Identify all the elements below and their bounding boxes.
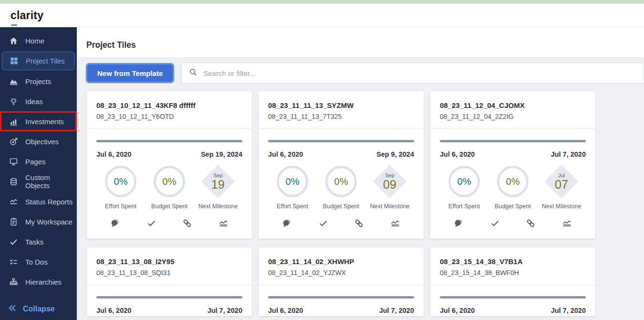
bar-chart-icon: [8, 116, 19, 127]
progress-bar: [96, 140, 242, 142]
status-report-icon[interactable]: [390, 218, 401, 231]
project-id: 08_23_11_14_02_YJZWX: [268, 269, 414, 277]
app-header: clarity: [0, 4, 644, 27]
sidebar-item-custom-objects[interactable]: Custom Objects: [0, 171, 77, 192]
project-card[interactable]: 08_23_11_12_04_CJOMX 08_23_11_12_04_2Z2I…: [430, 91, 595, 239]
sidebar-item-projects[interactable]: Projects: [0, 71, 77, 91]
monitor-icon: [8, 156, 19, 167]
end-date: Jul 7, 2020: [551, 150, 586, 158]
sidebar-item-tasks[interactable]: Tasks: [0, 232, 77, 252]
sidebar-item-label: Investments: [25, 117, 64, 126]
sidebar-item-objectives[interactable]: Objectives: [0, 131, 77, 151]
start-date: Jul 6, 2020: [96, 150, 131, 158]
milestone-diamond: Sep 09: [374, 166, 405, 197]
end-date: Jul 7, 2020: [551, 307, 586, 314]
sidebar-item-status-reports[interactable]: Status Reports: [0, 192, 77, 212]
end-date: Sep 9, 2024: [376, 150, 414, 158]
grid-icon: [9, 56, 19, 66]
checklist-icon: [8, 256, 19, 267]
sidebar-item-investments[interactable]: Investments: [0, 111, 77, 131]
project-card[interactable]: 08_23_11_11_13_SYZMW 08_23_11_11_13_7T32…: [259, 91, 424, 239]
conversations-icon[interactable]: [110, 218, 121, 231]
project-id: 08_23_11_11_13_7T325: [268, 113, 414, 120]
sidebar-item-to-dos[interactable]: To Dos: [0, 252, 77, 272]
sidebar-item-home[interactable]: Home: [0, 31, 77, 51]
sidebar-item-pages[interactable]: Pages: [0, 151, 77, 171]
sidebar-item-label: Custom Objects: [25, 173, 73, 190]
status-report-icon[interactable]: [561, 218, 572, 231]
sidebar-item-label: Home: [25, 37, 44, 45]
budget-spent-label: Budget Spent: [323, 203, 359, 210]
sidebar-item-project-tiles[interactable]: Project Tiles: [2, 52, 75, 70]
project-card[interactable]: 08_23_11_14_02_XHWHP 08_23_11_14_02_YJZW…: [259, 247, 424, 316]
sidebar-item-my-workspace[interactable]: My Workspace: [0, 212, 77, 232]
milestone-day: 19: [211, 178, 225, 191]
milestone-day: 09: [383, 178, 396, 191]
effort-spent-label: Effort Spent: [277, 203, 308, 210]
milestone-label: Next Milestone: [198, 203, 238, 210]
sidebar-item-label: Status Reports: [25, 198, 73, 206]
project-id: 08_23_15_14_38_BWF0H: [440, 269, 586, 277]
sidebar-item-label: Pages: [25, 158, 46, 166]
sidebar-item-label: My Workspace: [25, 218, 73, 226]
sidebar-item-label: To Dos: [25, 258, 48, 266]
project-card[interactable]: 08_23_15_14_38_V7B1A 08_23_15_14_38_BWF0…: [430, 247, 595, 316]
project-title: 08_23_11_12_04_CJOMX: [440, 101, 586, 109]
new-from-template-button[interactable]: New from Template: [86, 64, 174, 83]
links-icon[interactable]: [525, 218, 536, 231]
sidebar-item-label: Project Tiles: [26, 57, 65, 65]
collapse-chevrons-icon: [8, 303, 17, 315]
search-input[interactable]: [203, 69, 644, 77]
project-id: 08_23_11_13_08_SQI31: [96, 269, 242, 277]
conversations-icon[interactable]: [281, 218, 292, 231]
sidebar-item-ideas[interactable]: Ideas: [0, 91, 77, 111]
budget-spent-label: Budget Spent: [495, 203, 531, 210]
top-accent-strip: [0, 0, 644, 4]
sidebar-item-label: Objectives: [25, 138, 59, 146]
project-title: 08_23_11_14_02_XHWHP: [268, 257, 414, 266]
start-date: Jul 6, 2020: [440, 150, 475, 158]
effort-spent-label: Effort Spent: [105, 203, 136, 210]
project-cards-grid: 08_23_10_12_11_43KF8 dfffff 08_23_10_12_…: [77, 84, 644, 316]
trend-icon: [8, 196, 19, 207]
home-icon: [8, 35, 19, 46]
page-title: Project Tiles: [86, 40, 644, 50]
tasks-check-icon[interactable]: [318, 218, 329, 231]
links-icon[interactable]: [182, 218, 193, 231]
start-date: Jul 6, 2020: [96, 307, 131, 314]
sidebar-item-hierarchies[interactable]: Hierarchies: [0, 272, 77, 292]
budget-spent-ring: 0%: [154, 166, 185, 197]
check-icon: [8, 236, 19, 247]
sidebar-collapse-button[interactable]: Collapse: [0, 299, 77, 319]
status-report-icon[interactable]: [218, 218, 229, 231]
start-date: Jul 6, 2020: [268, 150, 303, 158]
tasks-check-icon[interactable]: [146, 218, 157, 231]
project-title: 08_23_10_12_11_43KF8 dfffff: [96, 101, 242, 109]
mountain-icon: [8, 76, 19, 86]
clarity-logo: clarity: [10, 9, 43, 22]
target-icon: [8, 136, 19, 147]
sidebar-item-label: Tasks: [25, 238, 43, 246]
clipboard-icon: [8, 216, 19, 227]
collapse-label: Collapse: [23, 305, 55, 313]
search-box[interactable]: [181, 63, 644, 84]
progress-bar: [96, 296, 242, 299]
title-band: Project Tiles: [77, 27, 644, 58]
links-icon[interactable]: [353, 218, 364, 231]
start-date: Jul 6, 2020: [440, 307, 475, 314]
sidebar-item-label: Ideas: [25, 97, 43, 106]
lightbulb-icon: [8, 96, 19, 107]
milestone-label: Next Milestone: [542, 203, 582, 210]
sidebar-item-label: Projects: [25, 77, 51, 85]
milestone-diamond: Jul 07: [546, 166, 577, 197]
project-card[interactable]: 08_23_10_12_11_43KF8 dfffff 08_23_10_12_…: [87, 91, 252, 239]
milestone-diamond: Sep 19: [202, 166, 234, 197]
tasks-check-icon[interactable]: [489, 218, 500, 231]
end-date: Sep 19, 2024: [201, 150, 242, 158]
project-id: 08_23_10_12_11_Y6OTD: [96, 113, 242, 120]
conversations-icon[interactable]: [453, 218, 464, 231]
start-date: Jul 6, 2020: [268, 307, 303, 314]
project-card[interactable]: 08_23_11_13_08_I2Y95 08_23_11_13_08_SQI3…: [87, 247, 252, 316]
sidebar: Home Project Tiles Projects Ideas Invest…: [0, 27, 77, 320]
budget-spent-label: Budget Spent: [151, 203, 187, 210]
